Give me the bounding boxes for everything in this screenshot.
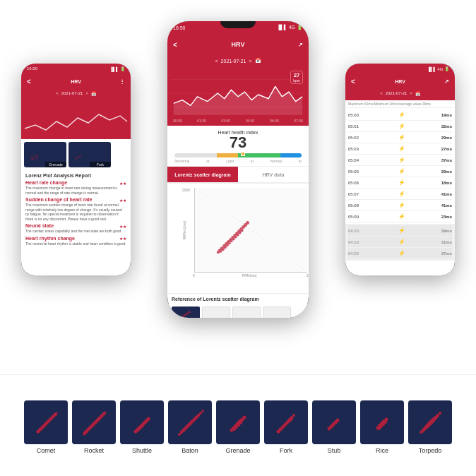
left-thumb-fork-label: Fork (90, 162, 111, 167)
svg-point-99 (89, 426, 92, 429)
left-cal[interactable]: 📅 (91, 91, 96, 96)
left-prev[interactable]: < (56, 91, 59, 95)
svg-point-177 (329, 426, 332, 429)
bottom-patterns-section: Comet Rocket Shuttle (0, 374, 476, 476)
right-back[interactable]: < (351, 78, 355, 85)
scene: 16:50 ▐▌▌ 🔋 < HRV ⋮ < 2021-07-21 > 📅 (0, 0, 476, 476)
center-cal[interactable]: 📅 (255, 58, 261, 64)
svg-marker-25 (174, 86, 302, 114)
left-report: Lorenz Plot Analysis Report Heart rate c… (21, 170, 131, 251)
center-line-chart (170, 72, 306, 116)
center-ref-thumbs (167, 304, 309, 318)
left-section-3-header: Heart rhythm change ★★ (25, 236, 126, 242)
pattern-item-grenade: Grenade (216, 400, 260, 454)
scale-light (217, 153, 238, 157)
table-row: 05:08⚡41ms (348, 200, 452, 211)
table-row: 05:03⚡27ms (348, 143, 452, 155)
left-report-title: Lorenz Plot Analysis Report (25, 173, 126, 178)
left-next[interactable]: > (85, 91, 88, 95)
svg-point-138 (190, 421, 193, 424)
phone-right: ▐▌▌ 4G 🔋 < HRV ↗ < 2021-07-21 > 📅 Max (345, 64, 455, 275)
table-row: 05:04⚡37ms (348, 155, 452, 166)
right-prev[interactable]: < (380, 91, 383, 95)
center-tabs: Lorentz scatter diagram HRV data (167, 167, 309, 184)
center-time: 16:50 (173, 25, 186, 30)
ref-thumb-1 (172, 307, 200, 318)
table-row: 04:00⚡37ms (348, 248, 452, 259)
right-date-bar: < 2021-07-21 > 📅 (345, 89, 455, 100)
pattern-svg-shuttle (120, 400, 164, 444)
left-section-2-text: The cardiac stress capability and the me… (25, 229, 126, 234)
svg-point-104 (83, 433, 85, 435)
pattern-tile-comet (24, 400, 68, 444)
svg-point-60 (239, 229, 242, 231)
tab-scatter[interactable]: Lorentz scatter diagram (167, 167, 238, 182)
svg-point-120 (139, 427, 142, 429)
left-date-bar: < 2021-07-21 > 📅 (21, 89, 131, 100)
pattern-tile-grenade (216, 400, 260, 444)
pattern-svg-rice (360, 400, 404, 444)
svg-point-61 (245, 223, 247, 225)
svg-point-59 (229, 239, 231, 242)
svg-point-150 (240, 418, 244, 422)
left-thumb-grenade: Grenade (24, 142, 66, 167)
svg-point-51 (217, 251, 220, 254)
svg-point-54 (225, 243, 227, 246)
pattern-item-torpedo: Torpedo (408, 400, 452, 454)
left-back[interactable]: < (27, 78, 31, 85)
svg-point-166 (289, 419, 292, 422)
right-date: 2021-07-21 (386, 91, 407, 95)
left-section-0-text: The maximum change in heart rate during … (25, 186, 126, 195)
center-chart-value: 27 bpm (290, 71, 303, 84)
pattern-item-fork: Fork (264, 400, 308, 454)
left-thumb-fork: Fork (69, 142, 111, 167)
left-share[interactable]: ⋮ (119, 78, 125, 85)
pattern-label-baton: Baton (182, 447, 198, 454)
center-health-value: 73 (174, 135, 302, 150)
svg-point-192 (384, 421, 387, 424)
pattern-svg-baton (168, 400, 212, 444)
svg-point-152 (235, 426, 238, 429)
center-x2000: 2000 (307, 273, 309, 278)
center-chart-xaxis: 00:00 01:30 03:00 04:30 06:00 07:00 (170, 119, 306, 124)
phone-center: 16:50 ▐▌▌ 4G 🔋 < HRV ↗ < 2021-07-21 > 📅 (167, 21, 309, 318)
pattern-item-comet: Comet (24, 400, 68, 454)
svg-point-12 (76, 158, 76, 159)
pattern-tile-rice (360, 400, 404, 444)
ref-thumb-4 (263, 307, 291, 318)
right-cal[interactable]: 📅 (415, 91, 420, 96)
left-section-0-header: Heart rate change ★★ (25, 180, 126, 186)
center-next[interactable]: > (249, 59, 251, 64)
center-share[interactable]: ↗ (298, 42, 303, 48)
right-signal: ▐▌▌ 4G 🔋 (427, 66, 449, 71)
svg-point-13 (76, 157, 77, 158)
phones-area: 16:50 ▐▌▌ 🔋 < HRV ⋮ < 2021-07-21 > 📅 (0, 0, 476, 374)
right-next[interactable]: > (410, 91, 412, 95)
pattern-svg-grenade (216, 400, 260, 444)
svg-point-132 (199, 412, 202, 415)
svg-point-102 (95, 420, 98, 422)
svg-point-47 (234, 235, 237, 238)
right-max-label: Maximum:41ms/Minimum:18ms/average value:… (348, 102, 452, 108)
svg-point-190 (380, 425, 383, 428)
svg-point-153 (237, 424, 240, 427)
svg-point-118 (146, 419, 149, 422)
tab-hrv-data[interactable]: HRV data (238, 167, 309, 182)
left-signal: ▐▌▌ 🔋 (110, 66, 125, 71)
svg-point-154 (239, 422, 242, 424)
tiles-row: Comet Rocket Shuttle (24, 400, 452, 454)
pattern-item-rocket: Rocket (72, 400, 116, 454)
left-section-1-title: Sudden change of heart rate (25, 197, 93, 202)
svg-point-164 (292, 414, 295, 417)
svg-point-20 (76, 158, 77, 159)
right-share[interactable]: ↗ (444, 78, 449, 85)
svg-point-134 (182, 429, 184, 432)
svg-point-64 (182, 316, 184, 318)
center-back[interactable]: < (173, 41, 177, 49)
svg-point-82 (47, 420, 49, 423)
center-scatter-chart: RRN+1(ms) 0 2000 2000 (194, 188, 307, 273)
table-row: 04:20⚡39ms (348, 225, 452, 237)
svg-point-85 (54, 414, 56, 416)
table-row: 05:01⚡32ms (348, 121, 452, 132)
center-prev[interactable]: < (215, 59, 218, 64)
